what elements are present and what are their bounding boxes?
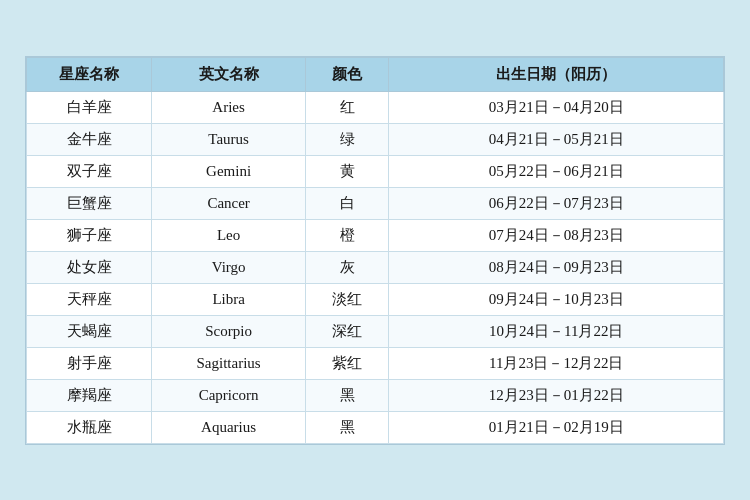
cell-zodiac-en: Virgo (152, 251, 305, 283)
cell-zodiac-color: 黄 (305, 155, 389, 187)
cell-zodiac-en: Gemini (152, 155, 305, 187)
table-header-row: 星座名称 英文名称 颜色 出生日期（阳历） (27, 57, 724, 91)
cell-zodiac-date: 07月24日－08月23日 (389, 219, 724, 251)
table-row: 金牛座Taurus绿04月21日－05月21日 (27, 123, 724, 155)
cell-zodiac-color: 淡红 (305, 283, 389, 315)
cell-zodiac-name: 射手座 (27, 347, 152, 379)
table-row: 天蝎座Scorpio深红10月24日－11月22日 (27, 315, 724, 347)
table-row: 双子座Gemini黄05月22日－06月21日 (27, 155, 724, 187)
cell-zodiac-en: Scorpio (152, 315, 305, 347)
cell-zodiac-en: Libra (152, 283, 305, 315)
cell-zodiac-color: 黑 (305, 379, 389, 411)
cell-zodiac-color: 绿 (305, 123, 389, 155)
table-row: 狮子座Leo橙07月24日－08月23日 (27, 219, 724, 251)
table-row: 水瓶座Aquarius黑01月21日－02月19日 (27, 411, 724, 443)
table-row: 巨蟹座Cancer白06月22日－07月23日 (27, 187, 724, 219)
cell-zodiac-date: 03月21日－04月20日 (389, 91, 724, 123)
cell-zodiac-color: 紫红 (305, 347, 389, 379)
cell-zodiac-date: 10月24日－11月22日 (389, 315, 724, 347)
header-date: 出生日期（阳历） (389, 57, 724, 91)
cell-zodiac-name: 天秤座 (27, 283, 152, 315)
cell-zodiac-name: 白羊座 (27, 91, 152, 123)
cell-zodiac-name: 双子座 (27, 155, 152, 187)
table-row: 摩羯座Capricorn黑12月23日－01月22日 (27, 379, 724, 411)
cell-zodiac-en: Aquarius (152, 411, 305, 443)
cell-zodiac-en: Capricorn (152, 379, 305, 411)
cell-zodiac-date: 12月23日－01月22日 (389, 379, 724, 411)
cell-zodiac-color: 橙 (305, 219, 389, 251)
header-color: 颜色 (305, 57, 389, 91)
cell-zodiac-date: 01月21日－02月19日 (389, 411, 724, 443)
cell-zodiac-date: 05月22日－06月21日 (389, 155, 724, 187)
cell-zodiac-name: 金牛座 (27, 123, 152, 155)
cell-zodiac-color: 红 (305, 91, 389, 123)
cell-zodiac-name: 巨蟹座 (27, 187, 152, 219)
cell-zodiac-color: 白 (305, 187, 389, 219)
cell-zodiac-en: Aries (152, 91, 305, 123)
cell-zodiac-en: Cancer (152, 187, 305, 219)
header-name: 星座名称 (27, 57, 152, 91)
zodiac-table: 星座名称 英文名称 颜色 出生日期（阳历） 白羊座Aries红03月21日－04… (25, 56, 725, 445)
cell-zodiac-color: 深红 (305, 315, 389, 347)
cell-zodiac-date: 08月24日－09月23日 (389, 251, 724, 283)
cell-zodiac-color: 黑 (305, 411, 389, 443)
table-row: 天秤座Libra淡红09月24日－10月23日 (27, 283, 724, 315)
table-row: 射手座Sagittarius紫红11月23日－12月22日 (27, 347, 724, 379)
cell-zodiac-date: 04月21日－05月21日 (389, 123, 724, 155)
cell-zodiac-date: 06月22日－07月23日 (389, 187, 724, 219)
header-en: 英文名称 (152, 57, 305, 91)
cell-zodiac-en: Sagittarius (152, 347, 305, 379)
table-row: 白羊座Aries红03月21日－04月20日 (27, 91, 724, 123)
cell-zodiac-en: Leo (152, 219, 305, 251)
cell-zodiac-name: 摩羯座 (27, 379, 152, 411)
cell-zodiac-date: 11月23日－12月22日 (389, 347, 724, 379)
cell-zodiac-date: 09月24日－10月23日 (389, 283, 724, 315)
cell-zodiac-name: 水瓶座 (27, 411, 152, 443)
cell-zodiac-name: 处女座 (27, 251, 152, 283)
table-row: 处女座Virgo灰08月24日－09月23日 (27, 251, 724, 283)
cell-zodiac-name: 狮子座 (27, 219, 152, 251)
cell-zodiac-name: 天蝎座 (27, 315, 152, 347)
cell-zodiac-en: Taurus (152, 123, 305, 155)
cell-zodiac-color: 灰 (305, 251, 389, 283)
